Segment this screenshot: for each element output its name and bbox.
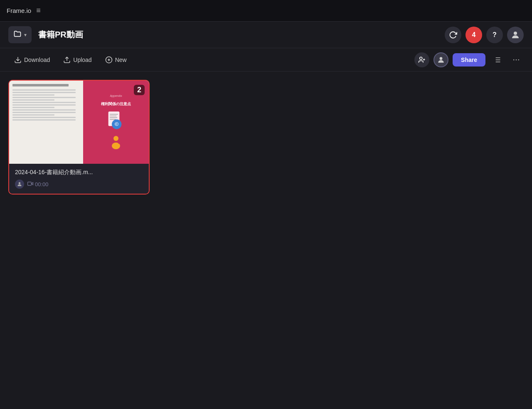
page-title: 書籍PR動画 xyxy=(38,29,445,40)
svg-point-16 xyxy=(513,59,515,60)
svg-marker-30 xyxy=(31,182,33,185)
header-bar: ▾ 書籍PR動画 4 ? xyxy=(0,22,532,48)
upload-icon xyxy=(63,56,71,64)
svg-point-29 xyxy=(19,182,21,184)
text-line xyxy=(12,109,76,111)
slide-background: Appendix 権利関係の注意点 © xyxy=(9,81,149,164)
header-actions: 4 ? xyxy=(445,27,524,43)
svg-point-17 xyxy=(516,59,517,60)
new-button[interactable]: New xyxy=(99,53,133,67)
svg-text:©: © xyxy=(115,121,119,127)
video-info: 2024-04-16-書籍紹介動画.m... xyxy=(9,164,149,194)
upload-label: Upload xyxy=(73,57,91,63)
svg-rect-31 xyxy=(28,182,32,185)
titlebar: Frame.io ≡ xyxy=(0,0,532,22)
list-view-button[interactable] xyxy=(490,52,505,67)
svg-point-6 xyxy=(420,57,422,59)
video-card[interactable]: Appendix 権利関係の注意点 © xyxy=(8,80,150,195)
slide-subtitle: Appendix xyxy=(110,94,122,97)
duration-value: 00:00 xyxy=(35,181,49,187)
slide-title: 権利関係の注意点 xyxy=(101,101,131,107)
video-grid: Appendix 権利関係の注意点 © xyxy=(8,80,524,195)
svg-point-18 xyxy=(518,59,520,60)
text-line xyxy=(12,89,76,91)
text-line xyxy=(12,107,54,108)
new-label: New xyxy=(115,57,127,63)
download-label: Download xyxy=(24,57,50,63)
more-icon xyxy=(512,56,520,64)
help-button[interactable]: ? xyxy=(486,27,503,43)
svg-rect-20 xyxy=(110,114,118,115)
text-line xyxy=(12,94,54,96)
uploader-avatar xyxy=(15,180,24,189)
video-meta: 00:00 xyxy=(15,180,143,189)
slide-icon: © xyxy=(106,110,126,133)
share-button[interactable]: Share xyxy=(453,53,485,67)
svg-point-26 xyxy=(113,136,118,141)
add-member-button[interactable] xyxy=(414,52,429,67)
video-duration: 00:00 xyxy=(27,181,49,188)
toolbar-left: Download Upload New xyxy=(8,53,414,67)
text-line xyxy=(12,92,76,93)
download-icon xyxy=(14,56,22,64)
add-person-icon xyxy=(418,56,426,64)
more-options-button[interactable] xyxy=(509,52,524,67)
main-content: Appendix 権利関係の注意点 © xyxy=(0,71,532,409)
download-button[interactable]: Download xyxy=(8,53,56,67)
toolbar: Download Upload New xyxy=(0,48,532,71)
svg-point-0 xyxy=(514,32,517,35)
slide-left-panel xyxy=(9,81,86,164)
video-filename: 2024-04-16-書籍紹介動画.m... xyxy=(15,169,143,176)
text-line xyxy=(12,102,76,103)
chevron-down-icon: ▾ xyxy=(24,32,27,38)
svg-rect-22 xyxy=(110,118,117,118)
list-view-icon xyxy=(493,56,501,64)
text-line xyxy=(12,114,54,116)
text-line xyxy=(12,117,76,118)
svg-point-9 xyxy=(440,57,443,60)
user-avatar-button[interactable] xyxy=(507,27,524,43)
text-line xyxy=(12,99,54,101)
upload-button[interactable]: Upload xyxy=(57,53,97,67)
new-icon xyxy=(105,56,113,64)
toolbar-right: Share xyxy=(414,52,524,67)
svg-rect-28 xyxy=(118,142,122,144)
svg-rect-23 xyxy=(110,119,116,120)
text-line xyxy=(12,119,76,121)
refresh-button[interactable] xyxy=(445,27,461,43)
folder-icon xyxy=(13,30,22,40)
svg-rect-21 xyxy=(110,116,117,116)
menu-icon[interactable]: ≡ xyxy=(36,6,41,15)
app-logo: Frame.io xyxy=(7,7,31,14)
notification-button[interactable]: 4 xyxy=(466,27,482,43)
folder-button[interactable]: ▾ xyxy=(8,26,32,43)
video-thumbnail: Appendix 権利関係の注意点 © xyxy=(9,81,149,164)
version-badge: 2 xyxy=(134,85,145,95)
text-line xyxy=(12,104,76,106)
member-avatar xyxy=(433,52,448,67)
video-camera-icon xyxy=(27,181,33,188)
text-line xyxy=(12,112,76,113)
text-line xyxy=(12,97,76,98)
